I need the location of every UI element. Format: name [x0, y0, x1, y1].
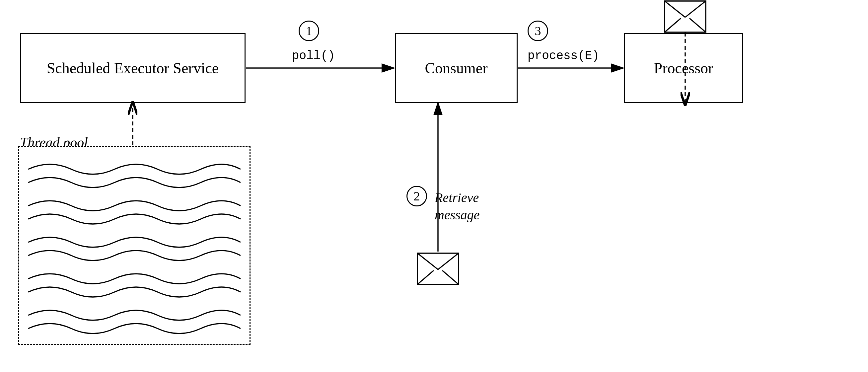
ses-box: Scheduled Executor Service	[20, 33, 246, 103]
step3-circle: 3	[528, 21, 548, 41]
svg-line-3	[417, 271, 434, 284]
waves-graphic	[18, 146, 250, 345]
processor-box: Processor	[624, 33, 743, 103]
envelope-top	[663, 0, 707, 33]
svg-line-8	[664, 18, 681, 32]
retrieve-label: Retrievemessage	[435, 189, 480, 224]
consumer-box: Consumer	[395, 33, 518, 103]
diagram: Scheduled Executor Service Consumer Proc…	[0, 0, 868, 372]
svg-line-1	[417, 253, 438, 270]
svg-line-7	[685, 1, 706, 17]
envelope-bottom	[416, 252, 460, 285]
svg-line-9	[689, 18, 706, 32]
step1-circle: 1	[299, 21, 319, 41]
svg-line-4	[442, 271, 459, 284]
svg-line-6	[664, 1, 685, 17]
step2-circle: 2	[406, 186, 427, 207]
ses-label: Scheduled Executor Service	[47, 59, 219, 77]
poll-label: poll()	[292, 49, 335, 63]
svg-line-2	[438, 253, 459, 270]
consumer-label: Consumer	[425, 59, 488, 77]
processor-label: Processor	[654, 59, 713, 77]
process-label: process(E)	[528, 49, 599, 63]
